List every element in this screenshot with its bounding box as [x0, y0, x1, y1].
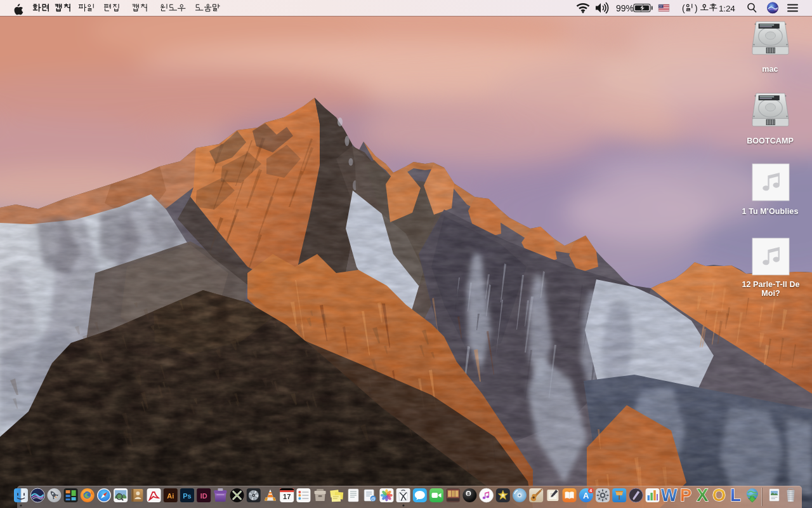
- svg-text:ID: ID: [200, 492, 207, 500]
- svg-text:O: O: [712, 486, 726, 505]
- svg-text:P: P: [680, 486, 691, 505]
- svg-text:8: 8: [467, 491, 469, 496]
- svg-text:X: X: [697, 486, 708, 505]
- svg-text:Ai: Ai: [167, 492, 174, 500]
- svg-text:A: A: [583, 491, 589, 500]
- svg-text:17: 17: [283, 493, 291, 500]
- svg-text:4: 4: [589, 488, 592, 493]
- svg-text:Ps: Ps: [183, 492, 191, 500]
- svg-text:W: W: [661, 486, 678, 505]
- svg-text:@: @: [371, 497, 376, 501]
- svg-text:L: L: [730, 486, 741, 505]
